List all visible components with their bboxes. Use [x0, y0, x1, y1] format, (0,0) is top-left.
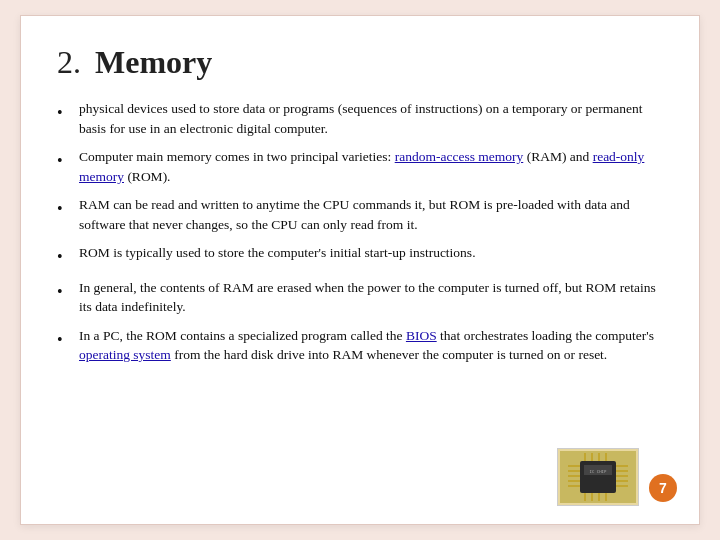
list-item: • Computer main memory comes in two prin… — [57, 147, 663, 186]
slide-title: Memory — [95, 44, 212, 81]
bullet-text: In general, the contents of RAM are eras… — [79, 278, 663, 317]
svg-text:IC CHIP: IC CHIP — [590, 469, 607, 474]
list-item: • In a PC, the ROM contains a specialize… — [57, 326, 663, 365]
ram-link[interactable]: random-access memory — [395, 149, 524, 164]
chip-image: IC CHIP — [557, 448, 639, 506]
bullet-dot: • — [57, 245, 73, 268]
list-item: • In general, the contents of RAM are er… — [57, 278, 663, 317]
bullet-dot: • — [57, 280, 73, 303]
bullet-text: Computer main memory comes in two princi… — [79, 147, 663, 186]
page-badge: 7 — [649, 474, 677, 502]
bullet-dot: • — [57, 101, 73, 124]
bullet-dot: • — [57, 328, 73, 351]
bios-link[interactable]: BIOS — [406, 328, 437, 343]
slide-number: 2. — [57, 44, 81, 81]
bullet-text: ROM is typically used to store the compu… — [79, 243, 663, 263]
bullet-text: physical devices used to store data or p… — [79, 99, 663, 138]
list-item: • RAM can be read and written to anytime… — [57, 195, 663, 234]
bullet-text: RAM can be read and written to anytime t… — [79, 195, 663, 234]
chip-svg: IC CHIP — [560, 451, 636, 503]
bullet-list: • physical devices used to store data or… — [57, 99, 663, 365]
bullet-text: In a PC, the ROM contains a specialized … — [79, 326, 663, 365]
bullet-dot: • — [57, 197, 73, 220]
os-link[interactable]: operating system — [79, 347, 171, 362]
rom-link[interactable]: read-only memory — [79, 149, 644, 184]
bullet-dot: • — [57, 149, 73, 172]
list-item: • ROM is typically used to store the com… — [57, 243, 663, 268]
slide-header: 2. Memory — [57, 44, 663, 81]
list-item: • physical devices used to store data or… — [57, 99, 663, 138]
slide: 2. Memory • physical devices used to sto… — [20, 15, 700, 525]
